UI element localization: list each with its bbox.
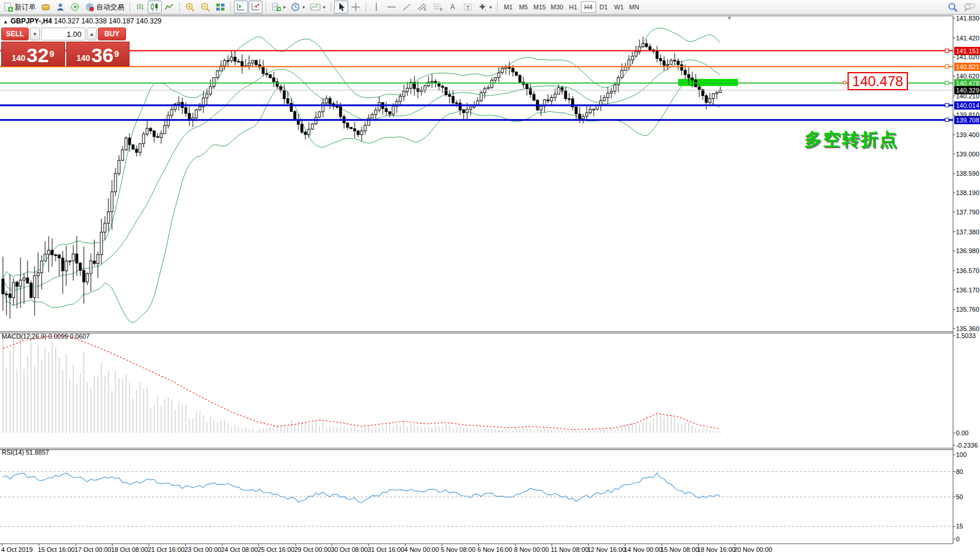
volume-input[interactable]: 1.00 xyxy=(41,28,86,40)
candle-body xyxy=(9,294,11,298)
candle-body xyxy=(69,261,71,262)
candle-body xyxy=(424,86,426,90)
auto-scroll-button[interactable] xyxy=(234,1,248,13)
candle-body xyxy=(575,107,577,114)
level-handle[interactable] xyxy=(945,118,949,122)
candle-body xyxy=(86,274,89,282)
horizontal-line-button[interactable] xyxy=(384,1,399,13)
signals-button[interactable] xyxy=(68,1,82,13)
buy-price-display[interactable]: 140 36 9 xyxy=(66,42,130,66)
timeframe-button-d1[interactable]: D1 xyxy=(596,1,611,13)
zoom-in-button[interactable] xyxy=(183,1,198,13)
volume-down-button[interactable]: ▼ xyxy=(30,28,40,40)
candle-body xyxy=(125,138,127,150)
candle-body xyxy=(185,108,187,114)
market-watch-button[interactable] xyxy=(39,1,53,13)
vertical-line-button[interactable] xyxy=(369,1,383,13)
price-axis-label: 139.400 xyxy=(956,131,980,138)
candle-body xyxy=(579,114,581,119)
volume-up-button[interactable]: ▲ xyxy=(87,28,97,40)
crosshair-icon xyxy=(351,2,360,12)
periods-button[interactable]: ▾ xyxy=(288,1,307,13)
candle-body xyxy=(480,93,482,101)
candle-body xyxy=(308,129,310,134)
chart-annotation-text[interactable]: 多空转折点 xyxy=(804,128,898,152)
candle-body xyxy=(709,99,711,103)
candle-body xyxy=(375,110,377,115)
timeframe-button-h1[interactable]: H1 xyxy=(566,1,581,13)
price-axis-label: 141.420 xyxy=(956,35,980,42)
chart-shift-marker[interactable]: ▼ xyxy=(727,15,732,21)
rsi-axis-label: 100 xyxy=(956,451,980,458)
trendline-button[interactable] xyxy=(400,1,414,13)
template-icon xyxy=(310,2,321,12)
candle-body xyxy=(684,70,686,74)
text-label-button[interactable]: T xyxy=(461,1,475,13)
bar-chart-button[interactable] xyxy=(133,1,147,13)
buy-button[interactable]: BUY xyxy=(98,28,126,40)
price-axis-label: 141.830 xyxy=(956,15,980,22)
level-handle[interactable] xyxy=(945,81,949,85)
timeframe-button-h4[interactable]: H4 xyxy=(581,1,596,13)
community-button[interactable] xyxy=(53,1,67,13)
svg-text:T: T xyxy=(467,5,470,11)
price-callout-box[interactable]: 140.478 xyxy=(848,72,908,90)
line-chart-button[interactable] xyxy=(162,1,176,13)
chat-icon[interactable] xyxy=(964,2,975,12)
svg-text:A: A xyxy=(450,3,455,11)
sell-price-display[interactable]: 140 32 9 xyxy=(1,42,65,66)
level-handle[interactable] xyxy=(945,49,949,53)
candle-body xyxy=(469,107,472,110)
timeframe-button-mn[interactable]: MN xyxy=(627,1,642,13)
chart-window[interactable]: ▲GBPJPY-,H4 140.327 140.338 140.187 140.… xyxy=(0,15,980,556)
candle-body xyxy=(378,103,380,110)
candle-body xyxy=(90,261,92,274)
search-icon[interactable] xyxy=(948,2,958,12)
timeframe-button-m30[interactable]: M30 xyxy=(548,1,565,13)
candle-body xyxy=(550,97,553,101)
text-button[interactable]: A xyxy=(446,1,460,13)
zoom-in-icon xyxy=(185,2,195,12)
candle-body xyxy=(617,78,620,85)
candle-body xyxy=(656,52,658,59)
collapse-arrow-icon[interactable]: ▲ xyxy=(3,19,8,25)
candle-body xyxy=(160,134,162,137)
candle-body xyxy=(37,273,39,276)
timeframe-button-w1[interactable]: W1 xyxy=(611,1,627,13)
candle-body xyxy=(100,232,103,254)
price-axis-label: 141.020 xyxy=(956,53,980,60)
price-axis-label: 140.210 xyxy=(956,93,980,100)
timeframe-button-m1[interactable]: M1 xyxy=(501,1,516,13)
timeframe-button-m15[interactable]: M15 xyxy=(531,1,548,13)
new-order-button[interactable]: 新订单 xyxy=(1,1,38,13)
candle-body xyxy=(438,83,440,86)
time-axis-label: 23 Oct 00:00 xyxy=(185,546,222,553)
level-handle[interactable] xyxy=(945,103,949,107)
cursor-button[interactable] xyxy=(334,1,348,13)
candle-body xyxy=(529,88,532,94)
templates-button[interactable]: ▾ xyxy=(308,1,328,13)
arrows-button[interactable]: ▾ xyxy=(475,1,494,13)
price-axis-label: 138.590 xyxy=(956,170,980,177)
level-handle[interactable] xyxy=(945,64,949,69)
auto-scroll-icon xyxy=(236,2,246,12)
indicators-button[interactable]: ▾ xyxy=(269,1,288,13)
autotrading-button[interactable]: 自动交易 xyxy=(83,1,127,13)
sell-button[interactable]: SELL xyxy=(1,28,29,40)
chart-shift-button[interactable] xyxy=(249,1,263,13)
candle-body xyxy=(40,261,43,272)
crosshair-button[interactable] xyxy=(349,1,363,13)
fibonacci-button[interactable]: F xyxy=(430,1,445,13)
candle-body xyxy=(705,95,707,103)
price-axis-label: 136.170 xyxy=(956,286,980,294)
candle-body xyxy=(195,110,198,118)
tile-windows-button[interactable] xyxy=(213,1,227,13)
zoom-out-button[interactable] xyxy=(198,1,213,13)
timeframe-button-m5[interactable]: M5 xyxy=(516,1,531,13)
candle-body xyxy=(26,278,29,283)
candlestick-chart-icon xyxy=(150,2,159,12)
candlestick-chart-button[interactable] xyxy=(148,1,162,13)
rsi-axis-label: 15 xyxy=(956,523,980,530)
candle-body xyxy=(600,101,602,105)
equidistant-channel-button[interactable]: E xyxy=(414,1,430,13)
